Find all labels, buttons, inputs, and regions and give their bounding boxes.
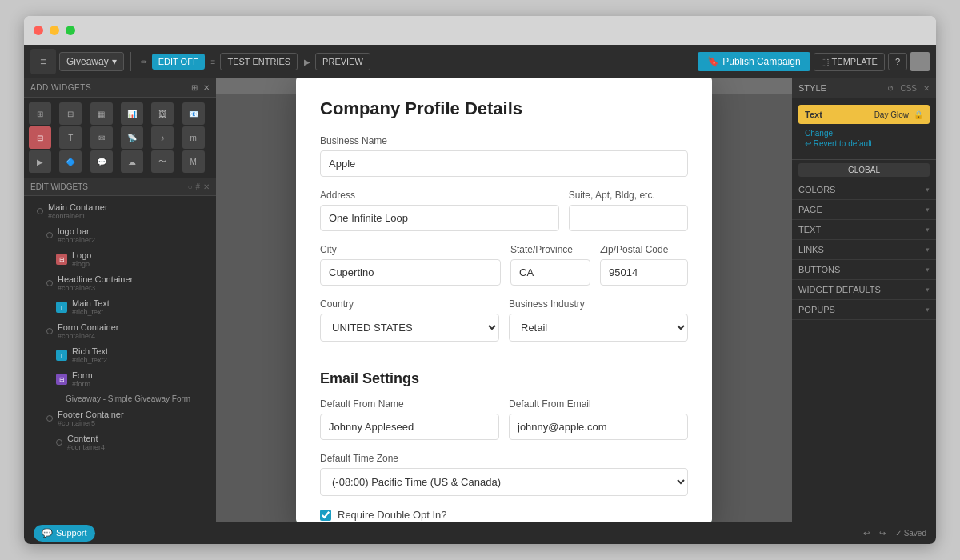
- industry-select[interactable]: Retail Technology Healthcare Finance Edu…: [509, 314, 688, 342]
- maximize-button[interactable]: [66, 26, 75, 35]
- business-name-input[interactable]: [320, 150, 688, 177]
- chevron-icon: ▾: [926, 246, 930, 254]
- layer-footer[interactable]: Footer Container #container5: [24, 406, 216, 430]
- test-entries-button[interactable]: TEST ENTRIES: [220, 53, 298, 70]
- text-section[interactable]: TEXT ▾: [792, 220, 936, 240]
- from-name-input[interactable]: [320, 414, 499, 440]
- style-actions: Change ↩ Revert to default: [798, 124, 930, 153]
- page-label: PAGE: [798, 205, 822, 214]
- from-email-label: Default From Email: [509, 398, 688, 410]
- suite-input[interactable]: [569, 205, 688, 231]
- bottom-right: ↩ ↪ ✓ Saved: [863, 529, 926, 538]
- layer-toggle-icon: [46, 232, 53, 238]
- popups-label: POPUPS: [798, 305, 835, 314]
- widget-item[interactable]: T: [59, 126, 82, 149]
- widget-item[interactable]: ⊞: [29, 102, 51, 125]
- change-link[interactable]: Change: [805, 129, 923, 138]
- buttons-section[interactable]: BUTTONS ▾: [792, 260, 936, 280]
- template-button[interactable]: ⬚ TEMPLATE: [814, 53, 885, 71]
- city-input[interactable]: [320, 259, 501, 286]
- from-name-label: Default From Name: [320, 398, 499, 410]
- from-email-input[interactable]: [509, 414, 688, 440]
- layer-form[interactable]: ⊟ Form #form: [24, 367, 216, 391]
- state-input[interactable]: [510, 259, 590, 286]
- chevron-icon: ▾: [926, 286, 930, 294]
- links-section[interactable]: LINKS ▾: [792, 240, 936, 260]
- layer-main-container[interactable]: Main Container #container1: [24, 199, 216, 223]
- layer-info: Headline Container #container3: [58, 274, 210, 292]
- country-label: Country: [320, 298, 499, 310]
- app-logo[interactable]: ≡: [30, 49, 56, 74]
- global-tab[interactable]: GLOBAL: [798, 163, 930, 177]
- layer-id: #logo: [72, 260, 210, 268]
- widget-item[interactable]: m: [182, 126, 205, 149]
- widget-item[interactable]: M: [182, 150, 205, 173]
- widget-item[interactable]: ⊟: [59, 102, 82, 125]
- close-icon[interactable]: ✕: [923, 84, 930, 93]
- close-button[interactable]: [34, 26, 43, 35]
- widget-item[interactable]: 📡: [121, 126, 143, 149]
- company-profile-modal: Company Profile Details Business Name Ad…: [296, 78, 712, 522]
- layer-rich-text2[interactable]: T Rich Text #rich_text2: [24, 343, 216, 367]
- colors-section[interactable]: COLORS ▾: [792, 180, 936, 200]
- timezone-select[interactable]: (-08:00) Pacific Time (US & Canada) (-07…: [320, 468, 688, 496]
- layer-form-container[interactable]: Form Container #container4: [24, 319, 216, 343]
- widget-grid: ⊞ ⊟ ▦ 📊 🖼 📧 ⊟ T ✉ 📡 ♪ m ▶ 🔷 💬 ☁ 〜: [24, 98, 216, 178]
- layer-giveaway-form[interactable]: Giveaway - Simple Giveaway Form: [24, 391, 216, 406]
- from-row: Default From Name Default From Email: [320, 398, 688, 453]
- layer-headline[interactable]: Headline Container #container3: [24, 271, 216, 295]
- chevron-icon: ▾: [926, 226, 930, 234]
- edit-widgets-header: EDIT WIDGETS ○ # ✕: [24, 178, 216, 196]
- undo-button[interactable]: ↩: [863, 529, 870, 538]
- popups-section[interactable]: POPUPS ▾: [792, 300, 936, 320]
- widget-item[interactable]: 📧: [182, 102, 205, 125]
- layer-info: Form #form: [72, 370, 210, 388]
- widget-item[interactable]: 🔷: [59, 150, 82, 173]
- double-optin-label: Require Double Opt In?: [338, 509, 447, 521]
- country-select[interactable]: UNITED STATES CANADA UNITED KINGDOM AUST…: [320, 314, 499, 342]
- help-button[interactable]: ?: [888, 53, 907, 70]
- widget-item[interactable]: ✉: [90, 126, 113, 149]
- layer-id: #rich_text2: [72, 356, 210, 364]
- layer-logo[interactable]: ⊞ Logo #logo: [24, 247, 216, 271]
- layer-content[interactable]: Content #container4: [24, 430, 216, 454]
- address-input[interactable]: [320, 205, 559, 231]
- links-label: LINKS: [798, 245, 824, 254]
- preview-button[interactable]: PREVIEW: [315, 53, 370, 70]
- widget-item[interactable]: 💬: [90, 150, 113, 173]
- grid-icon[interactable]: ⊞: [191, 83, 198, 92]
- modal-overlay: Company Profile Details Business Name Ad…: [216, 78, 792, 522]
- close-icon[interactable]: ✕: [203, 83, 210, 92]
- refresh-icon[interactable]: ↺: [887, 84, 894, 93]
- revert-link[interactable]: ↩ Revert to default: [805, 139, 923, 148]
- campaign-dropdown[interactable]: Giveaway ▾: [59, 52, 124, 71]
- widget-item[interactable]: ▶: [29, 150, 51, 173]
- double-optin-checkbox[interactable]: [320, 510, 331, 521]
- widget-item[interactable]: ☁: [121, 150, 143, 173]
- layer-id: #container4: [67, 443, 210, 451]
- layer-tree: Main Container #container1 logo bar #con…: [24, 196, 216, 522]
- widget-item-form[interactable]: ⊟: [29, 126, 51, 149]
- publish-button[interactable]: 🔖 Publish Campaign: [698, 52, 810, 71]
- minimize-button[interactable]: [50, 26, 59, 35]
- edit-widgets-label: EDIT WIDGETS: [30, 182, 88, 191]
- layer-name: Giveaway - Simple Giveaway Form: [66, 394, 210, 403]
- text-widget-icon-2: T: [56, 350, 67, 361]
- page-section[interactable]: PAGE ▾: [792, 200, 936, 220]
- zip-input[interactable]: [600, 259, 688, 286]
- redo-button[interactable]: ↪: [879, 529, 886, 538]
- layer-main-text[interactable]: T Main Text #rich_text: [24, 295, 216, 319]
- widget-item[interactable]: 🖼: [151, 102, 174, 125]
- edit-off-button[interactable]: EDIT OFF: [152, 54, 205, 70]
- widget-item[interactable]: ▦: [90, 102, 113, 125]
- widget-item[interactable]: 〜: [151, 150, 174, 173]
- layer-logo-bar[interactable]: logo bar #container2: [24, 223, 216, 247]
- main-area: ADD WIDGETS ⊞ ✕ ⊞ ⊟ ▦ 📊 🖼 📧 ⊟ T ✉: [24, 78, 936, 522]
- widget-item[interactable]: 📊: [121, 102, 143, 125]
- css-icon[interactable]: CSS: [900, 84, 917, 93]
- widget-defaults-section[interactable]: WIDGET DEFAULTS ▾: [792, 280, 936, 300]
- suite-label: Suite, Apt, Bldg, etc.: [569, 190, 688, 201]
- industry-group: Business Industry Retail Technology Heal…: [509, 298, 688, 342]
- widget-item[interactable]: ♪: [151, 126, 174, 149]
- support-button[interactable]: 💬 Support: [34, 525, 95, 542]
